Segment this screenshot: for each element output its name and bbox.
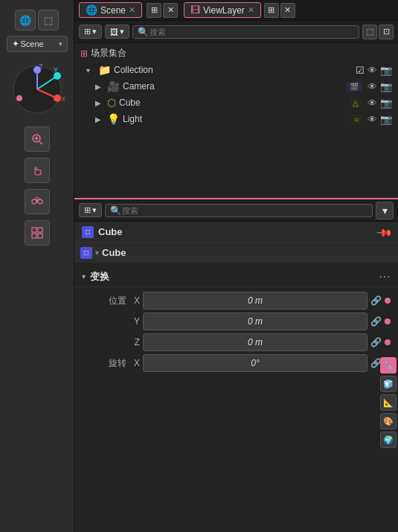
outliner-view-arrow: ▾	[120, 27, 124, 36]
top-toolbar: 🌐 ⬚	[15, 7, 59, 31]
collection-eye[interactable]: 👁	[367, 65, 377, 76]
camera-arrow: ▶	[95, 83, 104, 91]
props-subtab-bar: □ ▾ Cube	[74, 243, 398, 263]
pin-icon[interactable]: 📌	[376, 223, 393, 240]
object-title-label: Cube	[98, 226, 123, 237]
section-dots[interactable]: ⋯	[379, 269, 391, 283]
track-tool-btn[interactable]	[25, 189, 50, 214]
outliner-panel: ⊞ ▾ 🖼 ▾ 🔍 ⬚ ⊡ ⊞ 场景集合	[74, 21, 398, 199]
light-icon: 💡	[107, 113, 120, 125]
light-camera[interactable]: 📷	[380, 114, 392, 125]
filter-btn[interactable]: ⬚	[362, 25, 377, 39]
viewport-shading-btn[interactable]: 🌐	[15, 10, 36, 31]
props-toolbar: ⊞ ▾ 🔍 ▾	[74, 199, 398, 222]
sync-btn[interactable]: ⊡	[379, 25, 394, 39]
scene-tab-label: Scene	[100, 5, 126, 16]
search-input[interactable]	[132, 25, 359, 39]
select-label: Scene	[21, 39, 44, 48]
camera-icon: 🎥	[107, 80, 120, 92]
props-expand-btn[interactable]: ▾	[376, 202, 394, 219]
svg-point-26	[36, 197, 39, 200]
props-tab-material[interactable]: 🎨	[380, 413, 397, 429]
viewlayer-add-btn[interactable]: ⊞	[264, 3, 279, 18]
light-eye[interactable]: 👁	[367, 114, 377, 125]
light-arrow: ▶	[95, 115, 104, 124]
grid-tool-btn[interactable]	[25, 220, 50, 246]
svg-rect-31	[38, 234, 42, 238]
viewlayer-tab[interactable]: 🎞 ViewLayer ✕	[184, 2, 261, 18]
props-mode-btn[interactable]: ⊞ ▾	[79, 203, 102, 217]
props-tab-world[interactable]: 🌍	[380, 432, 397, 448]
cube-row[interactable]: ▶ ⬡ Cube △ 👁 📷	[74, 94, 398, 111]
svg-rect-30	[32, 234, 36, 238]
rot-label: 旋转	[82, 357, 126, 370]
collection-checkbox[interactable]: ☑	[356, 65, 365, 76]
z-label: Z	[129, 337, 140, 347]
viewport-overlay-btn[interactable]: ⬚	[38, 10, 59, 31]
magnify-icon	[31, 132, 44, 146]
left-sidebar: 🌐 ⬚ ✦ Scene ▾ Y X Z	[0, 0, 74, 532]
collection-row[interactable]: ▾ 📁 Collection ☑ 👁 📷	[74, 62, 398, 78]
zoom-tool-btn[interactable]	[25, 126, 50, 152]
svg-point-24	[38, 199, 42, 204]
light-extra-icon: ○	[351, 115, 362, 124]
scene-root-label: 场景集合	[91, 47, 126, 60]
scene-tab-close[interactable]: ✕	[129, 5, 135, 15]
svg-text:Y: Y	[54, 66, 58, 74]
scene-root-row: ⊞ 场景集合	[74, 45, 398, 62]
pos-z-input[interactable]: 0 m	[143, 333, 367, 351]
viewlayer-x-btn[interactable]: ✕	[280, 3, 295, 18]
camera-camera[interactable]: 📷	[380, 81, 392, 92]
rotation-row: 旋转 X 0° 🔗	[82, 354, 391, 372]
position-z-row: Z 0 m 🔗	[82, 333, 391, 351]
scene-tab[interactable]: 🌐 Scene ✕	[79, 2, 142, 18]
grab-tool-btn[interactable]	[25, 158, 50, 183]
gizmo-area: Y X Z	[9, 61, 65, 118]
position-x-row: 位置 X 0 m 🔗	[82, 292, 391, 310]
outliner-mode-btn[interactable]: ⊞ ▾	[79, 25, 102, 39]
props-search-input[interactable]	[105, 204, 373, 217]
link-icon	[31, 195, 44, 208]
props-sub-arrow: ▾	[95, 249, 99, 257]
camera-eye[interactable]: 👁	[367, 81, 377, 92]
cube-label: Cube	[119, 97, 347, 108]
pos-y-lock[interactable]: 🔗	[370, 316, 382, 327]
collection-camera[interactable]: 📷	[380, 65, 392, 76]
header-add-btn[interactable]: ⊞	[147, 3, 161, 18]
collection-label: Collection	[114, 65, 353, 75]
outliner-mode-icon: ⊞	[84, 27, 91, 36]
rot-x-input[interactable]: 0°	[143, 354, 367, 372]
section-header[interactable]: ▾ 变换 ⋯	[74, 266, 398, 287]
cube-camera[interactable]: 📷	[380, 97, 392, 109]
pos-x-input[interactable]: 0 m	[143, 292, 367, 310]
props-tab-object[interactable]: 🧊	[380, 376, 397, 392]
collection-icon: 📁	[98, 64, 111, 76]
props-tab-tools[interactable]: 🔧	[380, 357, 397, 374]
pos-z-lock[interactable]: 🔗	[370, 337, 382, 347]
props-search-wrapper: 🔍	[105, 204, 373, 217]
svg-text:X: X	[61, 95, 65, 103]
pos-x-lock[interactable]: 🔗	[370, 295, 382, 306]
header-x-btn[interactable]: ✕	[163, 3, 178, 18]
camera-label: Camera	[123, 81, 344, 92]
header-icons: ⊞ ✕	[147, 3, 178, 18]
y-label: Y	[129, 316, 140, 327]
props-tab-modifier[interactable]: 📐	[380, 394, 397, 411]
cube-eye[interactable]: 👁	[367, 97, 377, 109]
svg-rect-28	[32, 228, 36, 232]
viewlayer-tab-icon: 🎞	[190, 4, 200, 16]
search-icon: 🔍	[138, 27, 149, 37]
select-mode-btn[interactable]: ✦ Scene ▾	[7, 36, 68, 52]
camera-row[interactable]: ▶ 🎥 Camera 🎬 👁 📷	[74, 78, 398, 94]
viewlayer-tab-close[interactable]: ✕	[248, 5, 254, 15]
light-row[interactable]: ▶ 💡 Light ○ 👁 📷	[74, 111, 398, 127]
svg-rect-29	[38, 228, 42, 232]
props-mode-arrow: ▾	[92, 205, 97, 215]
right-prop-tabs: 🔧 🧊 📐 🎨 🌍	[380, 357, 397, 448]
cube-extra-icon: △	[350, 98, 362, 108]
search-wrapper: 🔍	[132, 25, 359, 39]
pos-y-input[interactable]: 0 m	[143, 313, 367, 330]
pos-x-dot	[385, 298, 391, 304]
outliner-toolbar: ⊞ ▾ 🖼 ▾ 🔍 ⬚ ⊡	[74, 21, 398, 43]
outliner-view-btn[interactable]: 🖼 ▾	[105, 25, 129, 39]
